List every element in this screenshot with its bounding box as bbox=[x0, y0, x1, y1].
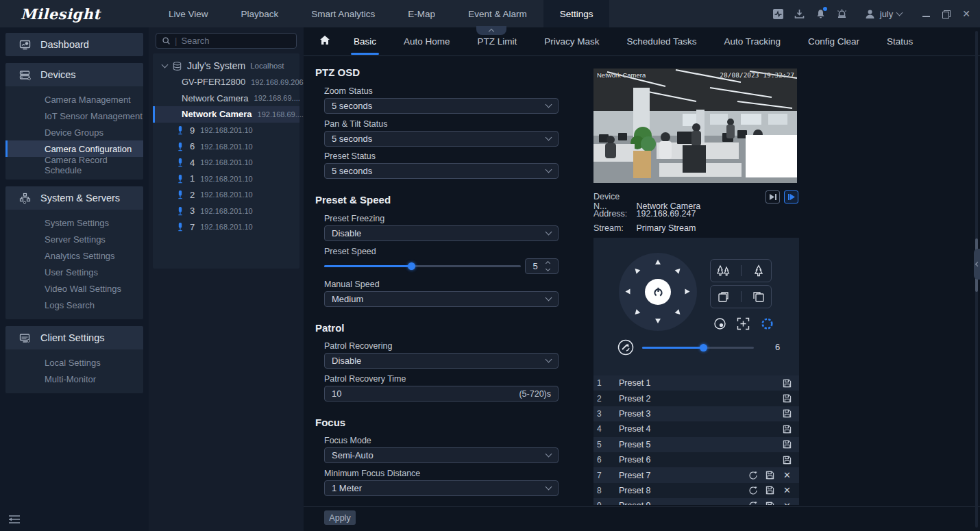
sidebar-item-camera-record-schedule[interactable]: Camera Record Schedule bbox=[5, 157, 143, 173]
tree-device-7[interactable]: 7 192.168.201.10 bbox=[153, 219, 299, 236]
save-preset-icon[interactable] bbox=[782, 424, 792, 434]
patrol-recovering-dropdown[interactable]: Disable bbox=[324, 353, 559, 369]
pan-down-right-arrow[interactable] bbox=[675, 309, 683, 317]
tree-device-network-camera-2-selected[interactable]: Network Camera 192.168.69.... bbox=[153, 106, 299, 123]
camera-preview[interactable]: Network Camera 28/08/2023 19:32:27 bbox=[593, 69, 797, 183]
tab-status[interactable]: Status bbox=[873, 27, 927, 56]
preset-row-8[interactable]: 8Preset 8 ✕ bbox=[593, 483, 799, 498]
home-icon[interactable] bbox=[319, 35, 330, 48]
call-preset-icon[interactable] bbox=[748, 470, 758, 480]
ptz-speed-icon[interactable] bbox=[617, 338, 635, 356]
tree-device-3[interactable]: 3 192.168.201.10 bbox=[153, 203, 299, 219]
sidebar-item-video-wall-settings[interactable]: Video Wall Settings bbox=[5, 280, 143, 297]
sidebar-item-dashboard[interactable]: Dashboard bbox=[5, 33, 143, 56]
alarm-siren-icon[interactable] bbox=[836, 8, 848, 20]
preset-row-2[interactable]: 2Preset 2 bbox=[593, 391, 799, 406]
spinner-arrows[interactable] bbox=[546, 262, 550, 271]
save-preset-icon[interactable] bbox=[765, 485, 775, 495]
tree-device-9[interactable]: 9 192.168.201.10 bbox=[153, 123, 299, 139]
nav-e-map[interactable]: E-Map bbox=[391, 0, 452, 27]
focus-auto-icon[interactable] bbox=[736, 317, 750, 330]
ptz-speed-slider[interactable] bbox=[642, 347, 754, 349]
nav-live-view[interactable]: Live View bbox=[152, 0, 225, 27]
iris-minus-icon[interactable] bbox=[713, 317, 726, 330]
nav-playback[interactable]: Playback bbox=[225, 0, 295, 27]
sidebar-item-local-settings[interactable]: Local Settings bbox=[5, 354, 143, 371]
close-button[interactable]: ✕ bbox=[962, 8, 970, 19]
tree-device-2[interactable]: 2 192.168.201.10 bbox=[153, 187, 299, 203]
delete-preset-icon[interactable]: ✕ bbox=[782, 485, 792, 495]
tree-device-1[interactable]: 1 192.168.201.10 bbox=[153, 171, 299, 187]
focus-far-icon[interactable] bbox=[715, 288, 732, 305]
preset-row-5[interactable]: 5Preset 5 bbox=[593, 437, 799, 452]
pan-up-arrow[interactable] bbox=[655, 260, 661, 264]
sidebar-item-analytics-settings[interactable]: Analytics Settings bbox=[5, 247, 143, 264]
zoom-in-icon[interactable] bbox=[750, 262, 767, 279]
tab-basic[interactable]: Basic bbox=[340, 27, 390, 56]
save-preset-icon[interactable] bbox=[782, 408, 792, 419]
tab-auto-home[interactable]: Auto Home bbox=[390, 27, 464, 56]
restore-button[interactable] bbox=[942, 10, 950, 18]
preset-row-3[interactable]: 3Preset 3 bbox=[593, 406, 799, 421]
pan-right-arrow[interactable] bbox=[685, 288, 690, 294]
save-preset-icon[interactable] bbox=[765, 470, 775, 480]
zoom-out-icon[interactable] bbox=[715, 262, 732, 279]
patrol-recovery-time-input[interactable]: (5-720)s bbox=[324, 386, 559, 402]
tree-device-6[interactable]: 6 192.168.201.10 bbox=[153, 138, 299, 155]
pan-up-left-arrow[interactable] bbox=[633, 267, 641, 274]
apply-button[interactable]: Apply bbox=[324, 510, 356, 525]
manual-speed-dropdown[interactable]: Medium bbox=[324, 291, 559, 307]
minimum-focus-distance-dropdown[interactable]: 1 Meter bbox=[324, 480, 559, 496]
sidebar-item-system-settings[interactable]: System Settings bbox=[5, 214, 143, 231]
sidebar-item-iot-sensor-management[interactable]: IoT Sensor Management bbox=[5, 108, 143, 124]
device-search-box[interactable]: | bbox=[156, 33, 297, 49]
collapse-panel-handle[interactable] bbox=[476, 26, 506, 35]
sidebar-item-server-settings[interactable]: Server Settings bbox=[5, 231, 143, 247]
pan-left-arrow[interactable] bbox=[626, 288, 630, 294]
sidebar-item-devices[interactable]: Devices bbox=[5, 63, 143, 86]
preset-speed-number-input[interactable] bbox=[525, 258, 559, 274]
sidebar-item-system-servers[interactable]: System & Servers bbox=[5, 186, 143, 210]
save-preset-icon[interactable] bbox=[765, 501, 775, 505]
sidebar-item-camera-management[interactable]: Camera Management bbox=[5, 91, 143, 108]
save-preset-icon[interactable] bbox=[782, 378, 792, 388]
tree-root-system[interactable]: July's System Localhost bbox=[153, 58, 299, 74]
sidebar-item-logs-search[interactable]: Logs Search bbox=[5, 297, 143, 313]
focus-near-icon[interactable] bbox=[750, 288, 767, 305]
system-health-icon[interactable] bbox=[772, 8, 784, 20]
preset-row-4[interactable]: 4Preset 4 bbox=[593, 421, 799, 436]
preset-row-9[interactable]: 9Preset 9 ✕ bbox=[593, 498, 799, 505]
save-preset-icon[interactable] bbox=[782, 439, 792, 449]
auto-pan-button[interactable] bbox=[645, 279, 671, 305]
nav-settings[interactable]: Settings bbox=[543, 0, 610, 27]
tab-scheduled-tasks[interactable]: Scheduled Tasks bbox=[613, 27, 711, 56]
tab-config-clear[interactable]: Config Clear bbox=[794, 27, 873, 56]
download-icon[interactable] bbox=[794, 8, 805, 20]
nav-smart-analytics[interactable]: Smart Analytics bbox=[295, 0, 391, 27]
ptz-speed-slider-knob[interactable] bbox=[700, 344, 707, 351]
patrol-recovery-time-value[interactable] bbox=[332, 388, 469, 399]
tab-privacy-mask[interactable]: Privacy Mask bbox=[530, 27, 613, 56]
collapse-sidebar-icon[interactable] bbox=[8, 515, 21, 524]
tree-device-fisheye[interactable]: GV-PFER12800 192.168.69.206 bbox=[153, 74, 299, 90]
tree-device-4[interactable]: 4 192.168.201.10 bbox=[153, 155, 299, 171]
preset-freezing-dropdown[interactable]: Disable bbox=[324, 225, 559, 241]
preset-speed-value[interactable] bbox=[526, 261, 545, 271]
sidebar-item-client-settings[interactable]: Client Settings bbox=[5, 326, 143, 349]
stream-switch-button-secondary[interactable] bbox=[765, 190, 780, 203]
preset-status-dropdown[interactable]: 5 seconds bbox=[324, 163, 559, 179]
minimize-button[interactable] bbox=[922, 8, 930, 20]
notification-bell-icon[interactable] bbox=[815, 8, 826, 20]
save-preset-icon[interactable] bbox=[782, 455, 792, 465]
pan-tilt-status-dropdown[interactable]: 5 seconds bbox=[324, 131, 559, 147]
user-menu[interactable]: july bbox=[864, 8, 903, 20]
pan-down-left-arrow[interactable] bbox=[633, 309, 641, 317]
sidebar-item-multi-monitor[interactable]: Multi-Monitor bbox=[5, 371, 143, 387]
preset-row-6[interactable]: 6Preset 6 bbox=[593, 452, 799, 467]
preset-row-1[interactable]: 1Preset 1 bbox=[593, 375, 799, 391]
pan-up-right-arrow[interactable] bbox=[675, 267, 683, 274]
sidebar-item-user-settings[interactable]: User Settings bbox=[5, 264, 143, 280]
zoom-status-dropdown[interactable]: 5 seconds bbox=[324, 98, 559, 114]
delete-preset-icon[interactable]: ✕ bbox=[782, 501, 792, 505]
tab-auto-tracking[interactable]: Auto Tracking bbox=[710, 27, 794, 56]
